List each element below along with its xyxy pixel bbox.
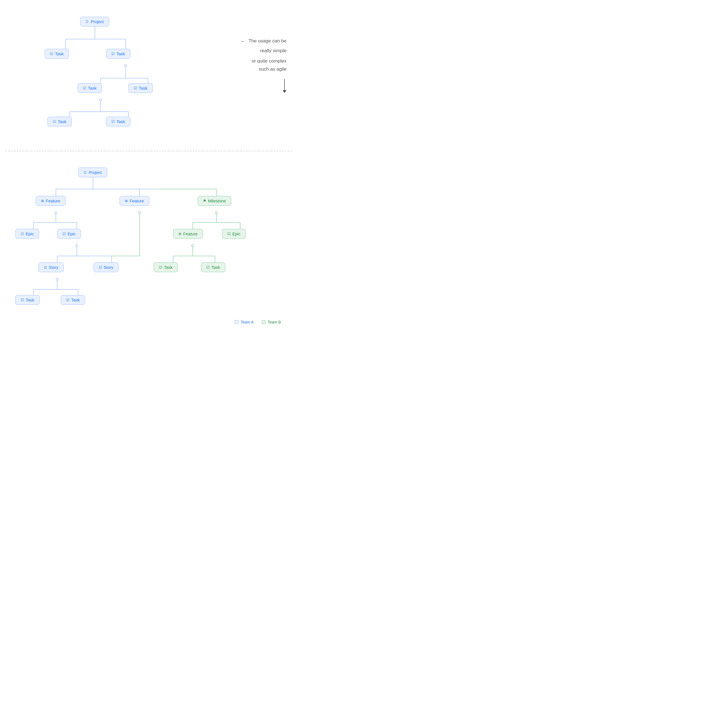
- bottom-epic1-label: Epic: [26, 231, 34, 236]
- bottom-task-green2-node: ☑ Task: [201, 262, 226, 272]
- arrow-down-icon: [283, 79, 286, 93]
- bottom-task-green2-label: Task: [211, 265, 220, 270]
- svg-point-15: [124, 65, 127, 67]
- feature-icon: ⊕: [125, 199, 128, 203]
- task-icon: ☑: [50, 52, 53, 56]
- annotation-line4: such as agile: [240, 65, 286, 74]
- main-container: ← The usage can be really simple or quit…: [0, 0, 298, 335]
- top-project-label: Project: [91, 19, 104, 24]
- bottom-story1-label: Story: [49, 265, 58, 270]
- legend-team-a-icon: [234, 320, 239, 324]
- top-task2-label: Task: [116, 51, 125, 56]
- project-icon: 🗋: [85, 20, 89, 24]
- bottom-project-label: Project: [89, 170, 102, 175]
- top-task3-label: Task: [88, 86, 97, 90]
- task-icon: ☑: [159, 265, 162, 269]
- bottom-milestone-node: ⚑ Milestone: [198, 196, 231, 206]
- legend-team-b-label: Team B: [268, 320, 281, 324]
- bottom-task-green1-label: Task: [164, 265, 172, 270]
- top-task3-node: ☑ Task: [78, 83, 102, 93]
- top-task6-label: Task: [116, 119, 125, 124]
- svg-point-47: [56, 278, 58, 280]
- svg-point-45: [55, 212, 57, 214]
- feature-icon: ⊕: [41, 199, 44, 203]
- top-task5-node: ☑ Task: [48, 117, 72, 126]
- task-icon: ☑: [134, 86, 137, 90]
- bottom-task-blue2-label: Task: [71, 298, 80, 302]
- project-icon: 🗋: [84, 170, 87, 175]
- bottom-epic-sub-label: Epic: [232, 231, 240, 236]
- legend-team-a-label: Team A: [241, 320, 254, 324]
- top-task2-node: ☑ Task: [106, 49, 130, 59]
- annotation-line1: The usage can be: [249, 37, 286, 45]
- bottom-feature2-label: Feature: [130, 198, 144, 203]
- annotation-box: ← The usage can be really simple or quit…: [240, 36, 286, 93]
- task-icon: ☑: [53, 120, 56, 124]
- bottom-task-blue1-node: ☑ Task: [15, 295, 40, 305]
- svg-point-50: [192, 244, 194, 247]
- feature-icon: ⊕: [178, 232, 182, 236]
- bottom-epic2-node: ☑ Epic: [57, 229, 81, 239]
- epic-icon: ☑: [227, 232, 231, 236]
- bottom-feature2-node: ⊕ Feature: [120, 196, 149, 206]
- svg-point-49: [215, 212, 217, 214]
- task-icon: ☑: [83, 86, 86, 90]
- top-project-node: 🗋 Project: [80, 17, 109, 26]
- top-diagram-section: ← The usage can be really simple or quit…: [6, 9, 292, 148]
- bottom-epic2-label: Epic: [68, 231, 76, 236]
- bottom-feature1-label: Feature: [46, 198, 60, 203]
- legend: Team A Team B: [234, 320, 281, 324]
- svg-point-48: [139, 212, 141, 214]
- task-icon: ☑: [66, 298, 69, 302]
- svg-point-46: [76, 244, 78, 247]
- top-tree-connectors: [6, 9, 215, 148]
- milestone-icon: ⚑: [203, 199, 206, 203]
- bottom-project-node: 🗋 Project: [78, 168, 107, 177]
- epic-icon: ☑: [62, 232, 66, 236]
- top-task1-node: ☑ Task: [45, 49, 69, 59]
- annotation-line3: or quite complex: [240, 57, 286, 65]
- bottom-epic1-node: ☑ Epic: [15, 229, 39, 239]
- section-divider: [6, 151, 292, 151]
- bottom-story2-node: ⊡ Story: [94, 262, 119, 272]
- top-task1-label: Task: [55, 51, 64, 56]
- bottom-story1-node: ⊡ Story: [39, 262, 64, 272]
- top-task5-label: Task: [58, 119, 67, 124]
- bottom-tree-connectors: [6, 160, 292, 327]
- svg-point-16: [100, 99, 102, 101]
- bottom-task-green1-node: ☑ Task: [153, 262, 178, 272]
- legend-team-a: Team A: [234, 320, 254, 324]
- legend-team-b: Team B: [262, 320, 281, 324]
- bottom-feature-sub-label: Feature: [183, 231, 198, 236]
- bottom-diagram-section: 🗋 Project ⊕ Feature ⊕ Feature ⚑ Mileston…: [6, 160, 292, 327]
- task-icon: ☑: [21, 298, 24, 302]
- bottom-feature-sub-node: ⊕ Feature: [173, 229, 203, 239]
- bottom-feature1-node: ⊕ Feature: [36, 196, 66, 206]
- top-task4-node: ☑ Task: [129, 83, 153, 93]
- bottom-milestone-label: Milestone: [208, 198, 226, 203]
- bottom-epic-sub-node: ☑ Epic: [222, 229, 246, 239]
- arrow-left-icon: ←: [240, 36, 246, 46]
- task-icon: ☑: [111, 120, 115, 124]
- story-icon: ⊡: [44, 265, 47, 269]
- annotation-line2: really simple: [240, 47, 286, 55]
- bottom-story2-label: Story: [104, 265, 113, 270]
- task-icon: ☑: [111, 52, 115, 56]
- epic-icon: ☑: [21, 232, 24, 236]
- task-icon: ☑: [206, 265, 210, 269]
- bottom-task-blue2-node: ☑ Task: [61, 295, 85, 305]
- top-task4-label: Task: [139, 86, 147, 90]
- story-icon: ⊡: [99, 265, 102, 269]
- bottom-task-blue1-label: Task: [26, 298, 34, 302]
- legend-team-b-icon: [262, 320, 266, 324]
- top-task6-node: ☑ Task: [106, 117, 130, 126]
